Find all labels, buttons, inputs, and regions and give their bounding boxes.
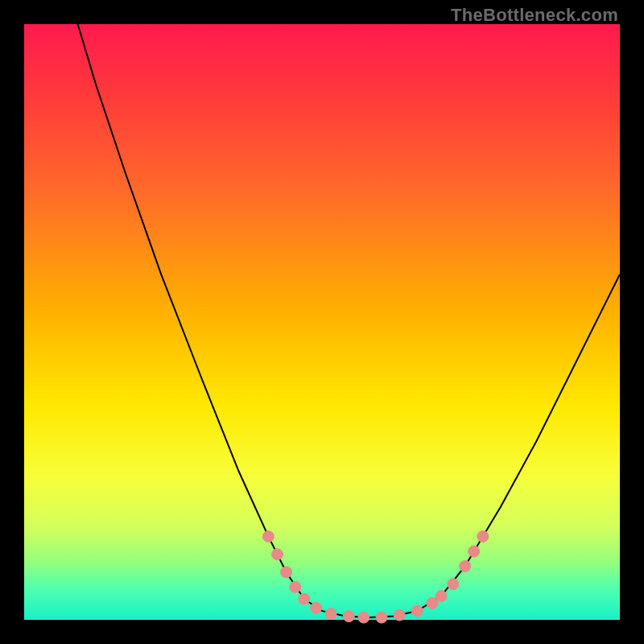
chart-wrapper: TheBottleneck.com — [0, 0, 644, 644]
curve-marker — [394, 609, 405, 621]
curve-marker — [477, 530, 489, 542]
curve-marker — [358, 612, 369, 623]
curve-marker — [262, 530, 274, 542]
attribution-label: TheBottleneck.com — [451, 5, 618, 26]
curve-marker — [272, 549, 283, 560]
plot-area — [24, 24, 620, 620]
curve-marker — [290, 581, 301, 592]
curve-marker — [343, 611, 354, 622]
bottleneck-curve — [78, 24, 620, 617]
curve-marker — [311, 602, 322, 613]
curve-marker — [325, 609, 336, 620]
marker-group — [262, 530, 488, 623]
curve-marker — [376, 612, 387, 623]
curve-layer — [24, 24, 620, 620]
curve-marker — [460, 560, 471, 572]
curve-marker — [436, 590, 447, 601]
curve-marker — [411, 605, 423, 617]
curve-marker — [448, 579, 459, 590]
curve-marker — [281, 567, 292, 578]
curve-marker — [469, 546, 480, 557]
curve-marker — [299, 593, 310, 605]
